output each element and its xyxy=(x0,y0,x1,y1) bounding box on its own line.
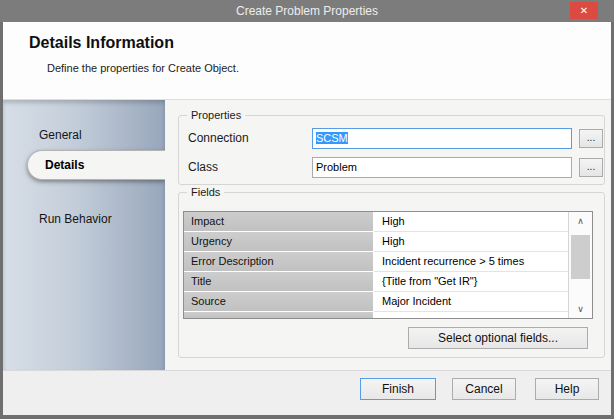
connection-value: SCSM xyxy=(316,132,348,144)
class-label: Class xyxy=(188,160,218,174)
title-bar: Create Problem Properties ✕ xyxy=(0,0,614,22)
field-name-cell: Title xyxy=(184,272,374,292)
scrollbar-thumb[interactable] xyxy=(571,235,590,279)
dialog-window: Create Problem Properties ✕ Details Info… xyxy=(0,0,614,419)
fields-table: Impact High Urgency High Error Descripti… xyxy=(183,211,593,319)
field-value-cell[interactable]: {Title from "Get IR"} xyxy=(374,272,592,292)
table-row[interactable]: Title {Title from "Get IR"} xyxy=(184,272,592,292)
field-value-cell[interactable]: High xyxy=(374,232,592,252)
class-value: Problem xyxy=(316,161,357,173)
sidebar-item-general[interactable]: General xyxy=(39,128,82,142)
window-title: Create Problem Properties xyxy=(0,0,614,22)
connection-input[interactable]: SCSM xyxy=(312,128,572,149)
field-value-cell[interactable]: Incident recurrence > 5 times xyxy=(374,252,592,272)
scrollbar-track[interactable] xyxy=(569,230,592,300)
cancel-button[interactable]: Cancel xyxy=(452,378,516,400)
dialog-body: Details Information Define the propertie… xyxy=(3,22,611,415)
vertical-scrollbar[interactable]: ∧ ∨ xyxy=(568,212,592,318)
footer-bar: Finish Cancel Help xyxy=(3,370,611,415)
table-row[interactable]: Source Major Incident xyxy=(184,292,592,312)
field-name-cell: Error Description xyxy=(184,252,374,272)
page-title: Details Information xyxy=(29,34,174,52)
select-optional-fields-button[interactable]: Select optional fields... xyxy=(408,327,588,349)
sidebar-item-run-behavior[interactable]: Run Behavior xyxy=(39,212,112,226)
sidebar: General Details Run Behavior xyxy=(3,100,165,370)
sidebar-item-details[interactable]: Details xyxy=(27,150,165,180)
dialog-header: Details Information Define the propertie… xyxy=(3,22,611,100)
properties-group: Properties Connection SCSM ... Class Pro… xyxy=(178,115,605,185)
field-value-cell[interactable]: High xyxy=(374,212,592,232)
help-button[interactable]: Help xyxy=(535,378,599,400)
table-row[interactable]: Error Description Incident recurrence > … xyxy=(184,252,592,272)
class-input[interactable]: Problem xyxy=(312,157,572,178)
field-value-cell[interactable]: Major Incident xyxy=(374,292,592,312)
content-panel: Properties Connection SCSM ... Class Pro… xyxy=(165,100,611,370)
connection-label: Connection xyxy=(188,131,249,145)
field-name-cell: Source xyxy=(184,292,374,312)
class-browse-button[interactable]: ... xyxy=(579,158,603,177)
table-row[interactable]: Urgency High xyxy=(184,232,592,252)
field-name-cell: Urgency xyxy=(184,232,374,252)
table-row-partial xyxy=(184,312,592,319)
scroll-up-icon[interactable]: ∧ xyxy=(569,212,592,230)
properties-group-label: Properties xyxy=(187,109,245,121)
fields-group-label: Fields xyxy=(187,186,224,198)
finish-button[interactable]: Finish xyxy=(360,378,436,400)
fields-group: Fields Impact High Urgency High Error De… xyxy=(178,192,605,358)
table-row[interactable]: Impact High xyxy=(184,212,592,232)
page-subtitle: Define the properties for Create Object. xyxy=(47,62,239,74)
field-name-cell: Impact xyxy=(184,212,374,232)
main-area: General Details Run Behavior Properties … xyxy=(3,100,611,370)
connection-browse-button[interactable]: ... xyxy=(579,129,603,148)
close-icon[interactable]: ✕ xyxy=(570,2,598,19)
scroll-down-icon[interactable]: ∨ xyxy=(569,300,592,318)
